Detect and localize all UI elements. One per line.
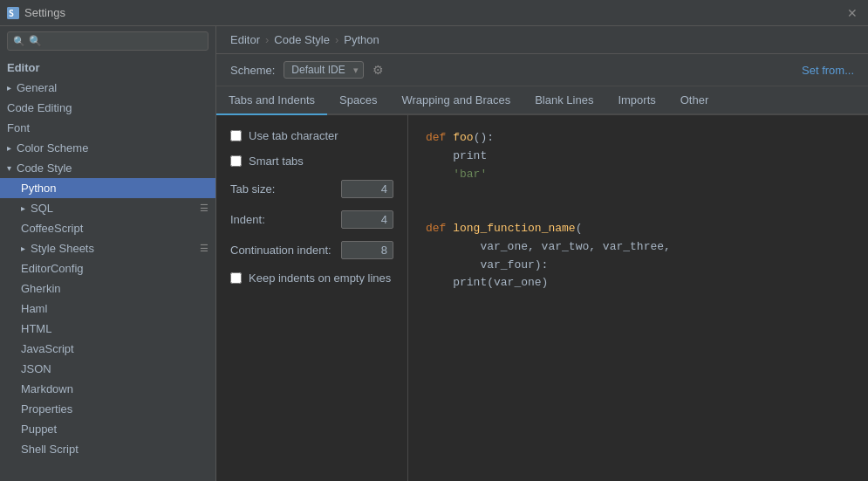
list-icon: ☰ (200, 203, 208, 214)
sidebar-label-sql: SQL (31, 202, 53, 215)
sidebar-label-gherkin: Gherkin (21, 282, 61, 295)
panel-split: Use tab character Smart tabs Tab size: I… (216, 115, 868, 481)
keep-indents-checkbox[interactable] (230, 272, 242, 284)
sidebar-label-json: JSON (21, 362, 51, 375)
use-tab-character-row: Use tab character (230, 129, 393, 142)
sidebar-item-html[interactable]: HTML (0, 319, 215, 339)
code-line-7: var_one, var_two, var_three, (426, 238, 851, 257)
search-icon: 🔍 (13, 36, 25, 47)
use-tab-character-label: Use tab character (249, 129, 338, 142)
app-icon: S (7, 7, 19, 19)
sidebar-item-json[interactable]: JSON (0, 359, 215, 379)
sidebar-item-code-editing[interactable]: Code Editing (0, 98, 215, 118)
smart-tabs-row: Smart tabs (230, 155, 393, 168)
sidebar-item-shell-script[interactable]: Shell Script (0, 439, 215, 459)
code-line-9: print(var_one) (426, 274, 851, 292)
breadcrumb-code-style: Code Style (274, 33, 330, 46)
svg-text:S: S (9, 9, 14, 18)
keep-indents-label: Keep indents on empty lines (249, 271, 391, 285)
tab-imports[interactable]: Imports (605, 86, 667, 115)
set-from-button[interactable]: Set from... (802, 64, 854, 77)
indent-label: Indent: (230, 213, 265, 226)
close-button[interactable]: ✕ (844, 4, 861, 22)
code-preview: def foo(): print 'bar' def long_function… (408, 115, 868, 481)
window-title: Settings (24, 6, 65, 19)
titlebar: S Settings ✕ (0, 0, 868, 26)
sidebar-item-coffeescript[interactable]: CoffeeScript (0, 218, 215, 238)
sidebar-item-puppet[interactable]: Puppet (0, 419, 215, 439)
sidebar-label-color-scheme: Color Scheme (17, 141, 88, 155)
sidebar-item-style-sheets[interactable]: Style Sheets ☰ (0, 238, 215, 258)
scheme-select[interactable]: Default IDE Project (284, 61, 364, 79)
tab-size-input[interactable] (341, 180, 393, 198)
titlebar-left: S Settings (7, 6, 65, 19)
tab-size-label: Tab size: (230, 182, 275, 196)
search-input[interactable] (29, 35, 202, 47)
sidebar-item-editorconfig[interactable]: EditorConfig (0, 258, 215, 278)
sidebar-label-font: Font (7, 121, 30, 134)
settings-panel: Use tab character Smart tabs Tab size: I… (216, 115, 408, 481)
sidebar-label-html: HTML (21, 322, 51, 335)
indent-input[interactable] (341, 210, 393, 229)
code-line-2: print (426, 148, 851, 166)
arrow-icon (7, 163, 11, 173)
editor-label: Editor (7, 61, 40, 74)
arrow-icon (7, 143, 11, 153)
sidebar-editor-header: Editor (0, 58, 215, 78)
tab-blank-lines[interactable]: Blank Lines (523, 86, 605, 115)
sidebar-item-javascript[interactable]: JavaScript (0, 339, 215, 359)
tab-tabs-indents[interactable]: Tabs and Indents (216, 86, 327, 115)
keep-indents-row: Keep indents on empty lines (230, 271, 393, 285)
tab-size-row: Tab size: (230, 180, 393, 198)
sidebar-list: Editor General Code Editing Font Color S… (0, 56, 215, 481)
sidebar-label-javascript: JavaScript (21, 342, 74, 355)
breadcrumb-sep-1: › (265, 33, 269, 46)
arrow-icon (21, 244, 25, 253)
scheme-select-wrapper[interactable]: Default IDE Project (284, 61, 364, 79)
tab-other[interactable]: Other (668, 86, 721, 115)
sidebar-item-python[interactable]: Python (0, 178, 215, 198)
sidebar-label-coffeescript: CoffeeScript (21, 222, 83, 235)
breadcrumb-python: Python (344, 33, 379, 46)
tabs-bar: Tabs and Indents Spaces Wrapping and Bra… (216, 86, 868, 115)
sidebar-item-gherkin[interactable]: Gherkin (0, 278, 215, 299)
breadcrumb-sep-2: › (335, 33, 338, 46)
tab-wrapping-braces[interactable]: Wrapping and Braces (389, 86, 523, 115)
list-icon: ☰ (200, 243, 208, 254)
sidebar-item-haml[interactable]: Haml (0, 299, 215, 319)
search-box[interactable]: 🔍 (7, 31, 208, 51)
content-area: Editor › Code Style › Python Scheme: Def… (216, 26, 868, 481)
smart-tabs-label: Smart tabs (249, 155, 304, 168)
sidebar-item-sql[interactable]: SQL ☰ (0, 198, 215, 218)
main-layout: 🔍 Editor General Code Editing Font Color… (0, 26, 868, 481)
continuation-indent-input[interactable] (341, 241, 393, 259)
tab-spaces[interactable]: Spaces (327, 86, 389, 115)
sidebar-label-shell-script: Shell Script (21, 443, 79, 456)
sidebar-label-general: General (17, 81, 57, 94)
code-line-3: 'bar' (426, 166, 851, 184)
sidebar-label-markdown: Markdown (21, 382, 73, 395)
continuation-indent-label: Continuation indent: (230, 244, 331, 257)
sidebar-item-markdown[interactable]: Markdown (0, 379, 215, 399)
sidebar-label-editorconfig: EditorConfig (21, 262, 84, 275)
sidebar-label-haml: Haml (21, 302, 47, 315)
breadcrumb-editor: Editor (230, 33, 260, 46)
sidebar-item-general[interactable]: General (0, 78, 215, 98)
sidebar: 🔍 Editor General Code Editing Font Color… (0, 26, 216, 481)
sidebar-label-python: Python (21, 182, 56, 195)
code-line-4 (426, 183, 851, 202)
gear-icon[interactable]: ⚙ (372, 63, 384, 77)
sidebar-label-code-editing: Code Editing (7, 101, 72, 114)
sidebar-item-color-scheme[interactable]: Color Scheme (0, 138, 215, 158)
use-tab-character-checkbox[interactable] (230, 130, 242, 141)
sidebar-item-font[interactable]: Font (0, 118, 215, 138)
smart-tabs-checkbox[interactable] (230, 155, 242, 167)
code-line-5 (426, 202, 851, 220)
sidebar-item-code-style[interactable]: Code Style (0, 158, 215, 178)
scheme-label: Scheme: (230, 64, 275, 77)
code-line-1: def foo(): (426, 129, 851, 148)
sidebar-item-properties[interactable]: Properties (0, 399, 215, 419)
indent-row: Indent: (230, 210, 393, 229)
sidebar-label-properties: Properties (21, 402, 72, 416)
sidebar-label-puppet: Puppet (21, 423, 57, 436)
